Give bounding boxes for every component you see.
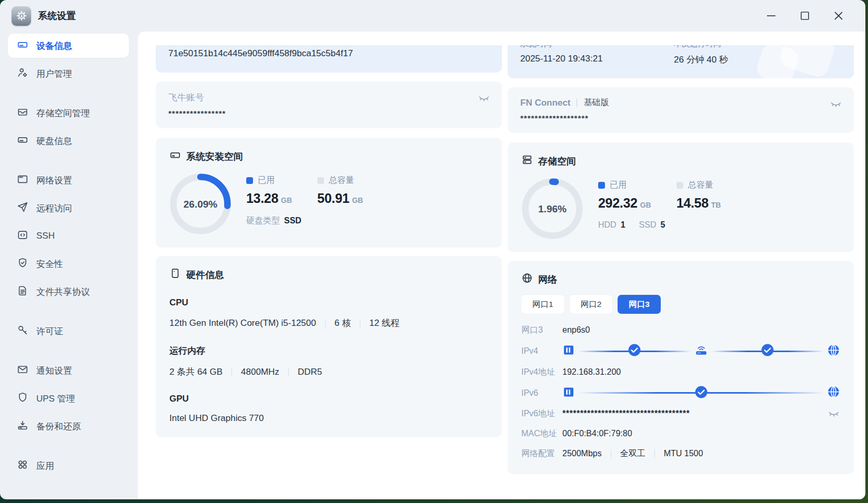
fn-connect-edition: 基础版 bbox=[583, 97, 609, 108]
fn-connect-label: FN Connect bbox=[520, 98, 570, 108]
sidebar-item-disk-info[interactable]: 硬盘信息 bbox=[8, 129, 129, 153]
memory-label: 运行内存 bbox=[169, 345, 488, 357]
memory-value: 2 条共 64 GB 4800MHz DDR5 bbox=[169, 366, 488, 378]
sidebar-item-apps[interactable]: 应用 bbox=[8, 454, 129, 478]
uptime-value: 26 分钟 40 秒 bbox=[674, 54, 827, 66]
code-square-icon bbox=[17, 229, 28, 243]
system-time-block: 系统时间 2025-11-20 19:43:21 bbox=[520, 45, 674, 66]
disk-count-row: HDD1 SSD5 bbox=[598, 220, 721, 230]
hdd-label: HDD bbox=[598, 220, 617, 229]
sidebar-item-remote-access[interactable]: 远程访问 bbox=[8, 196, 129, 220]
sidebar-item-label: UPS 管理 bbox=[36, 393, 75, 405]
used-label: 已用 bbox=[258, 175, 275, 186]
scroll-area[interactable]: 设备ID 71e50151b14c445e9059fff458f9bca15c5… bbox=[156, 45, 854, 499]
storage-space-card: 存储空间 1.96% 已用 bbox=[508, 142, 854, 252]
svg-text:26.09%: 26.09% bbox=[184, 199, 218, 210]
sidebar-item-label: 用户管理 bbox=[36, 68, 72, 80]
window-controls bbox=[762, 0, 865, 32]
sidebar-item-label: 网络设置 bbox=[36, 174, 72, 187]
sidebar-item-device-info[interactable]: 设备信息 bbox=[8, 34, 129, 58]
mac-address-label: MAC地址 bbox=[521, 428, 562, 439]
system-time-card: 系统时间 2025-11-20 19:43:21 本次运行时间 26 分钟 40… bbox=[508, 45, 854, 78]
mac-address-value: 00:F0:B4:0F:79:80 bbox=[562, 429, 632, 438]
total-legend-swatch bbox=[677, 182, 683, 189]
internet-globe-icon bbox=[827, 385, 840, 401]
sidebar-item-storage-management[interactable]: 存储空间管理 bbox=[8, 101, 129, 125]
maximize-button[interactable] bbox=[796, 7, 814, 25]
sidebar-item-network-settings[interactable]: 网络设置 bbox=[8, 168, 129, 192]
device-id-card: 设备ID 71e50151b14c445e9059fff458f9bca15c5… bbox=[156, 45, 502, 73]
port-row: 网口3 enp6s0 bbox=[521, 323, 840, 337]
tab-port2[interactable]: 网口2 bbox=[570, 295, 613, 314]
fn-connect-card: FN Connect 基础版 ******************* bbox=[508, 87, 854, 133]
sidebar-item-label: 远程访问 bbox=[36, 202, 72, 214]
disk-type-row: 硬盘类型SSD bbox=[246, 215, 363, 227]
gpu-label: GPU bbox=[169, 394, 488, 404]
device-id-value: 71e50151b14c445e9059fff458f9bca15c5b4f17 bbox=[168, 48, 489, 59]
browser-icon bbox=[17, 173, 28, 188]
app-title: 系统设置 bbox=[38, 9, 76, 22]
close-button[interactable] bbox=[830, 7, 847, 25]
sidebar-item-notifications[interactable]: 通知设置 bbox=[8, 358, 129, 383]
shield-check-icon bbox=[17, 257, 28, 271]
right-column: 系统时间 2025-11-20 19:43:21 本次运行时间 26 分钟 40… bbox=[508, 45, 854, 474]
ipv4-topology-row: IPv4 bbox=[521, 343, 840, 359]
titlebar: 系统设置 bbox=[0, 0, 865, 32]
document-icon bbox=[17, 285, 28, 299]
sidebar-item-user-management[interactable]: 用户管理 bbox=[8, 61, 129, 86]
sidebar: 设备信息 用户管理 存储空间管理 硬盘信息 网络设置 远程访问 SSH bbox=[0, 32, 138, 499]
ipv4-label: IPv4 bbox=[521, 346, 562, 356]
nas-icon bbox=[562, 386, 575, 401]
system-time-label: 系统时间 bbox=[520, 45, 674, 49]
fn-connect-value: ******************* bbox=[520, 114, 841, 122]
eye-closed-icon[interactable] bbox=[478, 92, 490, 107]
sidebar-item-label: 许可证 bbox=[36, 325, 63, 337]
sidebar-item-ups-management[interactable]: UPS 管理 bbox=[8, 386, 129, 410]
system-space-title-row: 系统安装空间 bbox=[169, 149, 488, 163]
used-legend-swatch bbox=[598, 182, 605, 189]
total-label: 总容量 bbox=[329, 175, 354, 186]
storage-space-title-row: 存储空间 bbox=[521, 154, 840, 168]
fn-account-label: 飞牛账号 bbox=[168, 91, 489, 104]
storage-space-title: 存储空间 bbox=[538, 155, 576, 168]
shield-icon bbox=[17, 392, 28, 406]
svg-text:1.96%: 1.96% bbox=[538, 203, 567, 214]
internet-globe-icon bbox=[827, 344, 840, 359]
cpu-section: CPU 12th Gen Intel(R) Core(TM) i5-12500 … bbox=[169, 297, 488, 329]
eye-closed-icon[interactable] bbox=[827, 407, 840, 420]
ssd-label: SSD bbox=[639, 220, 657, 229]
sidebar-item-license[interactable]: 许可证 bbox=[8, 319, 129, 343]
hdd-count: 1 bbox=[621, 220, 625, 229]
apps-icon bbox=[17, 459, 28, 473]
ipv4-address-row: IPv4地址 192.168.31.200 bbox=[521, 365, 840, 379]
ipv6-address-label: IPv6地址 bbox=[521, 408, 562, 419]
network-card: 网络 网口1 网口2 网口3 网口3 enp6s0 IPv4 bbox=[508, 261, 854, 474]
tab-port1[interactable]: 网口1 bbox=[521, 295, 564, 314]
minimize-button[interactable] bbox=[762, 7, 780, 25]
drive-icon bbox=[169, 149, 181, 163]
sidebar-item-label: 应用 bbox=[36, 460, 54, 472]
left-column: 设备ID 71e50151b14c445e9059fff458f9bca15c5… bbox=[156, 45, 502, 474]
key-icon bbox=[17, 324, 28, 338]
network-config-value: 2500Mbps 全双工 MTU 1500 bbox=[562, 448, 703, 459]
sidebar-item-label: 硬盘信息 bbox=[36, 135, 72, 147]
used-stat: 已用 292.32GB bbox=[598, 180, 651, 211]
sidebar-item-label: SSH bbox=[36, 231, 55, 241]
sidebar-item-security[interactable]: 安全性 bbox=[8, 252, 129, 276]
network-port-tabs: 网口1 网口2 网口3 bbox=[521, 295, 840, 314]
sidebar-item-backup-restore[interactable]: 备份和还原 bbox=[8, 414, 129, 438]
total-value: 14.58TB bbox=[677, 196, 721, 211]
port-value: enp6s0 bbox=[562, 325, 590, 335]
app-gear-icon bbox=[12, 6, 31, 26]
eye-closed-icon[interactable] bbox=[830, 98, 842, 112]
gpu-value: Intel UHD Graphics 770 bbox=[169, 413, 488, 424]
link-line bbox=[578, 392, 824, 394]
paper-plane-icon bbox=[17, 201, 28, 215]
tab-port3[interactable]: 网口3 bbox=[618, 295, 661, 314]
memory-section: 运行内存 2 条共 64 GB 4800MHz DDR5 bbox=[169, 345, 488, 378]
sidebar-item-file-sharing[interactable]: 文件共享协议 bbox=[8, 280, 129, 304]
sidebar-item-label: 存储空间管理 bbox=[36, 107, 90, 119]
fn-account-value: **************** bbox=[168, 109, 489, 118]
sidebar-item-ssh[interactable]: SSH bbox=[8, 224, 129, 248]
used-value: 13.28GB bbox=[246, 191, 292, 206]
